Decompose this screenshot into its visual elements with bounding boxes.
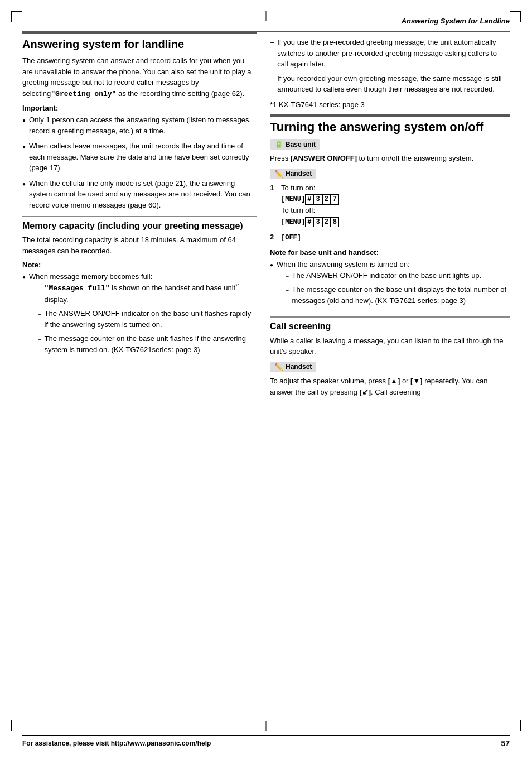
call-handset-badge: ✏️ Handset [270, 362, 316, 372]
section2-divider [22, 216, 257, 217]
list-item: When callers leave messages, the unit re… [22, 141, 257, 174]
turning-dash-list: The ANSWER ON/OFF indicator on the base … [286, 270, 510, 306]
step1-turn-on-keys: [MENU]#327 [281, 193, 510, 205]
base-unit-text: Press [ANSWER ON/OFF] to turn on/off the… [270, 153, 510, 164]
steps: 1 To turn on: [MENU]#327 To turn off: [M… [270, 182, 510, 243]
step-1: 1 To turn on: [MENU]#327 To turn off: [M… [270, 182, 510, 228]
important-label: Important: [22, 104, 257, 112]
list-item: The message counter on the base unit fla… [38, 333, 257, 355]
page-number: 57 [501, 739, 510, 748]
call-screening-handset-text: To adjust the speaker volume, press [▲] … [270, 376, 510, 398]
section2-title: Memory capacity (including your greeting… [22, 220, 257, 231]
handset-badge: ✏️ Handset [270, 169, 316, 179]
section2-bullets: When message memory becomes full: "Messa… [22, 271, 257, 359]
call-screening-intro: While a caller is leaving a message, you… [270, 335, 510, 357]
step-2: 2 [OFF] [270, 232, 510, 243]
turning-note-bullets: When the answering system is turned on: … [270, 259, 510, 310]
note-label: Note: [22, 261, 257, 269]
call-handset-icon: ✏️ [274, 363, 283, 371]
step1-turn-off-label: To turn off: [281, 205, 510, 216]
list-item: The ANSWER ON/OFF indicator on the base … [286, 270, 510, 281]
handset-icon: ✏️ [274, 170, 283, 178]
section1-intro: The answering system can answer and reco… [22, 55, 257, 99]
note-base-handset-label: Note for base unit and handset: [270, 248, 510, 257]
section1-title: Answering system for landline [22, 37, 257, 51]
list-item: When message memory becomes full: "Messa… [22, 271, 257, 359]
list-item: When the cellular line only mode is set … [22, 178, 257, 211]
step1-turn-off-keys: [MENU]#328 [281, 216, 510, 228]
page-header: Answering System for Landline [402, 17, 510, 25]
section2-dash-list: "Messages full" is shown on the handset … [38, 282, 257, 355]
footnote: *1 KX-TG7641 series: page 3 [270, 99, 510, 111]
list-item: If you use the pre-recorded greeting mes… [270, 37, 510, 70]
right-column: If you use the pre-recorded greeting mes… [270, 32, 510, 402]
footer-text: For assistance, please visit http://www.… [22, 739, 211, 747]
call-screening-title: Call screening [270, 321, 510, 332]
two-col-layout: Answering system for landline The answer… [22, 32, 510, 402]
list-item: Only 1 person can access the answering s… [22, 114, 257, 136]
section2-intro: The total recording capacity is about 18… [22, 234, 257, 256]
step1-turn-on-label: To turn on: [281, 182, 510, 194]
page-footer: For assistance, please visit http://www.… [22, 735, 510, 748]
section1-bullets: Only 1 person can access the answering s… [22, 114, 257, 210]
left-column: Answering system for landline The answer… [22, 32, 257, 402]
list-item: The ANSWER ON/OFF indicator on the base … [38, 308, 257, 330]
list-item: "Messages full" is shown on the handset … [38, 282, 257, 305]
list-item: When the answering system is turned on: … [270, 259, 510, 310]
base-unit-badge: 🔋 Base unit [270, 139, 320, 150]
right-col-dash-list: If you use the pre-recorded greeting mes… [270, 37, 510, 95]
base-unit-icon: 🔋 [274, 140, 283, 148]
list-item: If you recorded your own greeting messag… [270, 73, 510, 95]
list-item: The message counter on the base unit dis… [286, 284, 510, 306]
turning-title: Turning the answering system on/off [270, 120, 510, 134]
page: Answering System for Landline Answering … [0, 0, 532, 759]
